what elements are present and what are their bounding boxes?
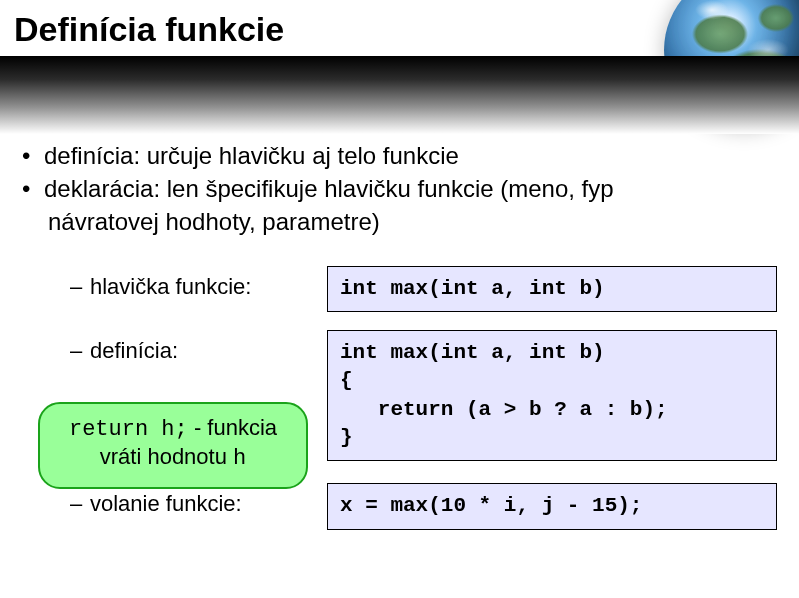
bullet-1-text: definícia: určuje hlavičku aj telo funkc… xyxy=(44,142,459,169)
examples-section: –hlavička funkcie: int max(int a, int b)… xyxy=(22,266,777,530)
bullet-2: •deklarácia: len špecifikuje hlavičku fu… xyxy=(22,173,777,204)
callout-mono-1: return h; xyxy=(69,417,188,442)
label-header-text: hlavička funkcie: xyxy=(90,274,251,299)
dash-icon: – xyxy=(70,274,90,300)
bullet-2-cont: návratovej hodhoty, parametre) xyxy=(22,206,777,237)
label-definition-text: definícia: xyxy=(90,338,178,363)
dash-icon: – xyxy=(70,338,90,364)
label-header: –hlavička funkcie: xyxy=(22,266,327,300)
bullet-1: •definícia: určuje hlavičku aj telo funk… xyxy=(22,140,777,171)
code-definition: int max(int a, int b) { return (a > b ? … xyxy=(327,330,777,461)
bullet-2-text-a: deklarácia: len špecifikuje hlavičku fun… xyxy=(44,175,614,202)
bullet-dot: • xyxy=(22,173,44,204)
bullet-2-text-b: návratovej hodhoty, parametre) xyxy=(48,208,380,235)
slide-content: •definícia: určuje hlavičku aj telo funk… xyxy=(0,140,799,530)
label-call-text: volanie funkcie: xyxy=(90,491,242,516)
callout-mono-2: h xyxy=(233,446,246,471)
code-call: x = max(10 * i, j - 15); xyxy=(327,483,777,529)
callout-text-1: - funkcia xyxy=(188,415,277,440)
callout-return: return h; - funkcia vráti hodnotu h xyxy=(38,402,308,489)
slide-title: Definícia funkcie xyxy=(14,10,284,49)
row-header: –hlavička funkcie: int max(int a, int b) xyxy=(22,266,777,312)
bullet-dot: • xyxy=(22,140,44,171)
header-gradient xyxy=(0,56,799,134)
label-definition: –definícia: xyxy=(22,330,327,364)
row-call: –volanie funkcie: x = max(10 * i, j - 15… xyxy=(22,483,777,529)
dash-icon: – xyxy=(70,491,90,517)
callout-text-2: vráti hodnotu xyxy=(100,444,233,469)
code-header: int max(int a, int b) xyxy=(327,266,777,312)
